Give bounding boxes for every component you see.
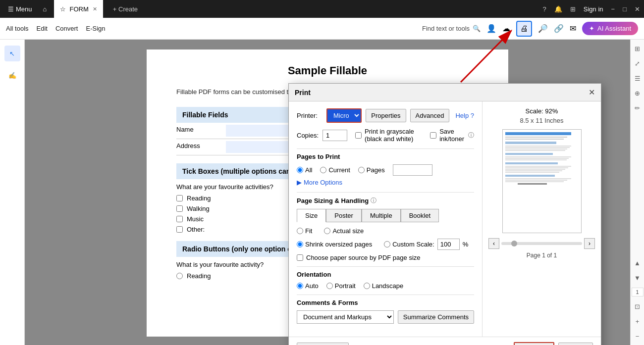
multiple-tab-button[interactable]: Multiple	[362, 209, 401, 222]
right-sidebar-icon-4[interactable]: ⊕	[633, 88, 643, 98]
esign-button[interactable]: E-Sign	[86, 25, 105, 32]
fit-page-button[interactable]: ⊡	[633, 301, 643, 311]
print-submit-button[interactable]: Print	[514, 342, 554, 345]
edit-button[interactable]: Edit	[37, 25, 48, 32]
link-icon[interactable]: 🔗	[554, 24, 564, 33]
scroll-down-button[interactable]: ▼	[633, 273, 643, 283]
preview-next-button[interactable]: ›	[584, 238, 595, 249]
tab[interactable]: ☆ FORM ✕	[54, 0, 103, 18]
tab-title: FORM	[70, 5, 89, 13]
minimize-button[interactable]: −	[611, 5, 615, 13]
custom-scale-input[interactable]	[437, 239, 460, 250]
search-icon: 🔍	[473, 25, 481, 32]
current-page-radio[interactable]	[320, 167, 326, 173]
profile-icon[interactable]: 👤	[486, 24, 496, 33]
preview-prev-button[interactable]: ‹	[488, 238, 499, 249]
help-link[interactable]: Help ?	[455, 112, 474, 119]
sign-in-button[interactable]: Sign in	[584, 5, 603, 13]
convert-button[interactable]: Convert	[55, 25, 78, 32]
portrait-radio-label: Portrait	[326, 282, 356, 290]
page-sizing-info-icon[interactable]: ⓘ	[371, 197, 376, 205]
cancel-button[interactable]: Cancel	[558, 343, 593, 345]
ai-assistant-button[interactable]: ✦ AI Assistant	[582, 22, 638, 35]
actual-size-radio[interactable]	[324, 228, 330, 234]
copies-input[interactable]	[322, 130, 347, 141]
walking-checkbox[interactable]	[176, 205, 183, 212]
preview-panel: Scale: 92% 8.5 x 11 Inches	[482, 101, 601, 337]
radio-reading[interactable]	[176, 273, 183, 279]
right-sidebar-icon-1[interactable]: ⊞	[633, 44, 643, 53]
booklet-tab-button[interactable]: Booklet	[401, 209, 439, 222]
email-icon[interactable]: ✉	[570, 24, 576, 33]
advanced-button[interactable]: Advanced	[410, 109, 450, 122]
shrink-radio[interactable]	[297, 241, 303, 247]
save-ink-checkbox[interactable]	[430, 132, 436, 139]
poster-tab-button[interactable]: Poster	[326, 209, 362, 222]
menu-button[interactable]: ☰ Menu	[4, 3, 36, 15]
page-setup-button[interactable]: Page Setup...	[297, 343, 349, 345]
pages-range-radio[interactable]	[358, 167, 365, 173]
pages-range-input[interactable]	[393, 164, 432, 176]
size-tab-button[interactable]: Size	[297, 209, 326, 222]
notification-icon[interactable]: 🔔	[554, 5, 562, 13]
preview-slider[interactable]	[501, 242, 582, 245]
page-number-display: 1	[632, 288, 644, 296]
comments-title: Comments & Forms	[297, 299, 474, 306]
music-checkbox[interactable]	[176, 216, 183, 222]
more-options-link[interactable]: ▶ More Options	[297, 179, 474, 186]
find-label: Find text or tools	[422, 25, 470, 32]
tab-close-button[interactable]: ✕	[93, 6, 97, 12]
scroll-up-button[interactable]: ▲	[633, 258, 643, 268]
dialog-close-button[interactable]: ✕	[589, 88, 595, 97]
summarize-button[interactable]: Summarize Comments	[398, 310, 474, 324]
fit-radio[interactable]	[297, 228, 303, 234]
printer-select[interactable]: Microsoft Print to PDF	[326, 108, 362, 123]
right-sidebar-icon-5[interactable]: ✏	[633, 103, 643, 113]
search-alt-icon[interactable]: 🔎	[538, 24, 548, 33]
grayscale-checkbox[interactable]	[355, 132, 362, 139]
pages-radio-label: Pages	[358, 166, 385, 174]
upload-icon[interactable]: ☁	[502, 24, 510, 33]
menu-icon: ☰	[8, 5, 14, 13]
scale-value: 92%	[545, 107, 558, 115]
all-pages-radio[interactable]	[297, 167, 303, 173]
dialog-header: Print ✕	[289, 84, 601, 101]
auto-radio-label: Auto	[297, 282, 319, 290]
new-tab-button[interactable]: + Create	[107, 5, 144, 13]
pages-to-print-title: Pages to Print	[297, 153, 474, 160]
choose-paper-checkbox[interactable]	[297, 254, 303, 261]
sidebar-select-tool[interactable]: ↖	[4, 46, 20, 61]
custom-scale-radio[interactable]	[384, 241, 390, 247]
maximize-button[interactable]: □	[623, 5, 627, 13]
print-button[interactable]: 🖨	[516, 21, 532, 37]
right-sidebar-icon-3[interactable]: ☰	[633, 73, 643, 83]
print-icon: 🖨	[520, 24, 528, 33]
paper-size-label: 8.5 x 11 Inches	[520, 117, 563, 124]
print-dialog[interactable]: Print ✕ Printer: Microsoft Print to PDF …	[288, 83, 601, 345]
other-checkbox[interactable]	[176, 226, 183, 233]
auto-orient-radio[interactable]	[297, 283, 303, 289]
orientation-title: Orientation	[297, 271, 474, 278]
properties-button[interactable]: Properties	[366, 109, 406, 122]
portrait-radio[interactable]	[326, 283, 333, 289]
all-tools-button[interactable]: All tools	[6, 25, 29, 32]
landscape-radio[interactable]	[364, 283, 370, 289]
fit-radio-label: Fit	[297, 227, 312, 235]
sidebar-stamp-tool[interactable]: ✍	[4, 67, 20, 83]
comments-select[interactable]: Document and Markups	[297, 310, 394, 324]
choose-paper-checkbox-label: Choose paper source by PDF page size	[297, 254, 474, 261]
scale-label: Scale:	[526, 107, 543, 115]
zoom-out-button[interactable]: −	[633, 331, 643, 341]
help-icon[interactable]: ?	[543, 5, 546, 13]
zoom-in-button[interactable]: +	[633, 316, 643, 326]
right-sidebar-icon-2[interactable]: ⤢	[633, 58, 643, 68]
tab-star-icon: ☆	[60, 5, 66, 13]
cursor-icon: ↖	[9, 50, 15, 57]
home-button[interactable]: ⌂	[40, 4, 50, 14]
reading-checkbox[interactable]	[176, 195, 183, 201]
pdf-title: Sample Fillable	[176, 64, 479, 77]
close-button[interactable]: ✕	[635, 5, 640, 13]
find-bar[interactable]: Find text or tools 🔍	[422, 25, 481, 32]
apps-icon[interactable]: ⊞	[570, 5, 576, 13]
save-ink-info-icon[interactable]: ⓘ	[468, 131, 474, 140]
